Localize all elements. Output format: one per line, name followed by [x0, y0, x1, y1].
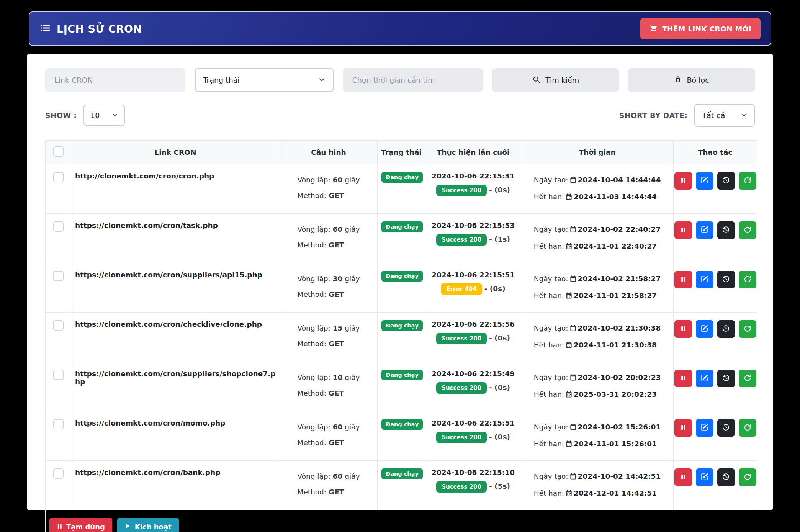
history-icon [722, 324, 730, 334]
edit-icon [701, 424, 708, 432]
history-button[interactable] [717, 271, 735, 288]
run-duration: - (0s) [484, 285, 506, 293]
play-icon [124, 523, 131, 531]
last-run-result: Error 404- (0s) [429, 283, 517, 295]
col-header-status: Trạng thái [378, 141, 425, 164]
pause-button[interactable] [674, 271, 692, 288]
status-badge: Đang chạy [381, 271, 423, 282]
row-checkbox[interactable] [53, 320, 64, 331]
cron-link: https://clonemkt.com/cron/checklive/clon… [71, 313, 280, 362]
refresh-icon [744, 226, 751, 235]
last-run-time: 2024-10-06 22:15:53 [429, 221, 517, 229]
rerun-button[interactable] [739, 370, 756, 387]
pause-button[interactable] [674, 419, 692, 437]
status-badge: Đang chạy [381, 370, 423, 380]
refresh-icon [744, 275, 751, 284]
sort-select[interactable]: Tất cả [694, 104, 755, 127]
config-loop: Vòng lặp: 15 giây [297, 320, 360, 336]
calendar-icon [569, 325, 577, 333]
rerun-button[interactable] [739, 172, 756, 190]
rerun-button[interactable] [739, 320, 756, 338]
rerun-button[interactable] [739, 221, 756, 239]
table-row: https://clonemkt.com/cron/bank.php Vòng … [46, 461, 757, 510]
row-checkbox[interactable] [53, 221, 64, 232]
cron-link: https://clonemkt.com/cron/suppliers/api1… [71, 263, 280, 313]
edit-button[interactable] [696, 172, 713, 190]
history-button[interactable] [717, 221, 735, 239]
refresh-icon [744, 325, 751, 334]
col-header-lastrun: Thực hiện lần cuối [425, 141, 521, 164]
config-method: Method: GET [297, 385, 360, 401]
bulk-pause-button[interactable]: Tạm dừng [49, 518, 112, 532]
history-button[interactable] [717, 172, 735, 190]
edit-button[interactable] [696, 370, 713, 387]
config-loop: Vòng lặp: 60 giây [297, 468, 360, 484]
bulk-activate-button[interactable]: Kích hoạt [117, 518, 179, 532]
edit-button[interactable] [696, 468, 713, 486]
created-line: Ngày tạo:2024-10-02 14:42:51 [534, 468, 661, 485]
table-foot: Tạm dừng Kích hoạt [46, 510, 757, 532]
calendar-icon [569, 276, 577, 284]
history-icon [722, 473, 730, 482]
row-checkbox[interactable] [53, 271, 64, 281]
row-checkbox[interactable] [53, 468, 64, 479]
rerun-button[interactable] [739, 468, 756, 486]
status-select[interactable]: Trạng thái [195, 68, 334, 92]
last-run-result: Success 200- (1s) [429, 234, 517, 246]
row-checkbox[interactable] [53, 172, 64, 182]
history-button[interactable] [717, 468, 735, 486]
last-run-result: Success 200- (0s) [429, 185, 517, 196]
last-run-time: 2024-10-06 22:15:10 [429, 468, 517, 476]
edit-button[interactable] [696, 271, 713, 288]
edit-button[interactable] [696, 320, 713, 338]
calendar-icon [565, 342, 573, 350]
chevron-down-icon [741, 111, 747, 120]
config-loop: Vòng lặp: 60 giây [297, 419, 360, 435]
pause-icon [57, 523, 62, 531]
last-run-result: Success 200- (0s) [429, 382, 517, 394]
row-checkbox[interactable] [53, 370, 64, 380]
history-button[interactable] [717, 419, 735, 437]
table-body: http://clonemkt.com/cron/cron.php Vòng l… [46, 164, 757, 510]
show-select[interactable]: 10 [83, 105, 125, 126]
table-row: https://clonemkt.com/cron/suppliers/shop… [46, 362, 757, 411]
date-range-input[interactable] [343, 68, 483, 92]
last-run-time: 2024-10-06 22:15:56 [429, 320, 517, 328]
history-button[interactable] [717, 370, 735, 387]
list-icon [39, 22, 51, 35]
select-all-checkbox[interactable] [53, 146, 64, 157]
cron-link: https://clonemkt.com/cron/momo.php [71, 411, 280, 461]
history-icon [722, 423, 730, 432]
rerun-button[interactable] [739, 271, 756, 288]
rerun-button[interactable] [739, 419, 756, 437]
col-header-time: Thời gian [521, 141, 674, 164]
cron-link: https://clonemkt.com/cron/task.php [71, 214, 280, 263]
pause-button[interactable] [674, 468, 692, 486]
edit-button[interactable] [696, 221, 713, 239]
cron-link: https://clonemkt.com/cron/bank.php [71, 461, 280, 510]
expires-line: Hết hạn:2024-11-01 15:26:01 [534, 436, 661, 453]
edit-icon [701, 226, 708, 234]
clear-filter-button[interactable]: Bỏ lọc [628, 68, 755, 92]
row-checkbox[interactable] [53, 419, 64, 429]
pause-button[interactable] [674, 370, 692, 387]
show-label: SHOW : [45, 111, 77, 119]
result-badge: Success 200 [436, 382, 487, 394]
last-run-time: 2024-10-06 22:15:51 [429, 419, 517, 427]
add-cron-button[interactable]: THÊM LINK CRON MỚI [640, 18, 761, 39]
search-button[interactable]: Tìm kiếm [492, 68, 619, 92]
history-button[interactable] [717, 320, 735, 338]
show-select-value: 10 [90, 111, 100, 119]
result-badge: Success 200 [436, 432, 487, 443]
history-icon [722, 275, 730, 284]
edit-button[interactable] [696, 419, 713, 437]
created-line: Ngày tạo:2024-10-02 21:30:38 [534, 320, 661, 337]
last-run-result: Success 200- (0s) [429, 432, 517, 443]
search-button-label: Tìm kiếm [545, 76, 579, 84]
link-cron-input[interactable] [45, 68, 185, 92]
pause-button[interactable] [674, 320, 692, 338]
last-run-result: Success 200- (5s) [429, 481, 517, 493]
pause-button[interactable] [674, 172, 692, 190]
pause-button[interactable] [674, 221, 692, 239]
result-badge: Success 200 [436, 481, 487, 493]
